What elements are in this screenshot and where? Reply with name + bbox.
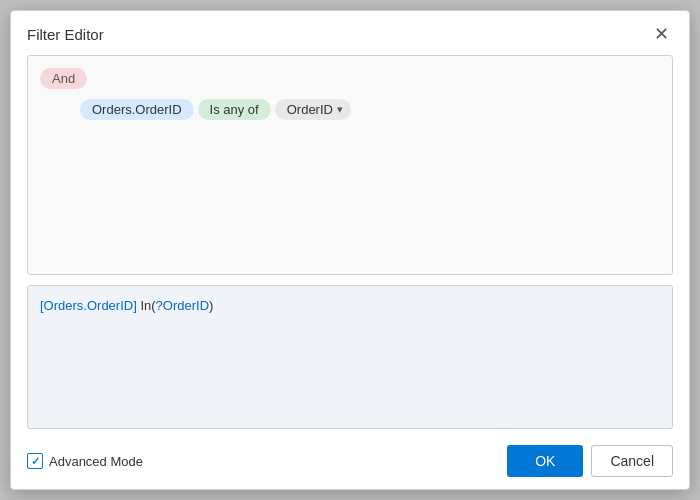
sql-expression-area: [Orders.OrderID] In(?OrderID) [27, 285, 673, 429]
sql-field-part: [Orders.OrderID] [40, 298, 137, 313]
checkbox-checkmark: ✓ [31, 455, 40, 468]
operator-tag[interactable]: Is any of [198, 99, 271, 120]
value-label: OrderID [287, 102, 333, 117]
and-tag[interactable]: And [40, 68, 87, 89]
sql-expression: [Orders.OrderID] In(?OrderID) [40, 299, 213, 314]
dialog-title: Filter Editor [27, 26, 104, 43]
value-tag[interactable]: OrderID ▾ [275, 99, 351, 120]
filter-editor-dialog: Filter Editor ✕ And Orders.OrderID Is an… [10, 10, 690, 490]
footer-buttons: OK Cancel [507, 445, 673, 477]
dialog-footer: ✓ Advanced Mode OK Cancel [11, 433, 689, 489]
ok-button[interactable]: OK [507, 445, 583, 477]
filter-condition-row: Orders.OrderID Is any of OrderID ▾ [80, 99, 351, 120]
value-dropdown-arrow: ▾ [337, 103, 343, 116]
advanced-mode-checkbox-label[interactable]: ✓ Advanced Mode [27, 453, 143, 469]
sql-close-paren: ) [209, 298, 213, 313]
sql-keyword-part: In( [137, 298, 156, 313]
filter-and-group: And Orders.OrderID Is any of OrderID ▾ [40, 68, 660, 120]
close-button[interactable]: ✕ [650, 23, 673, 45]
advanced-mode-section: ✓ Advanced Mode [27, 453, 143, 469]
advanced-mode-checkbox[interactable]: ✓ [27, 453, 43, 469]
sql-param-part: ?OrderID [156, 298, 209, 313]
cancel-button[interactable]: Cancel [591, 445, 673, 477]
field-tag[interactable]: Orders.OrderID [80, 99, 194, 120]
filter-visual-area: And Orders.OrderID Is any of OrderID ▾ [27, 55, 673, 275]
dialog-header: Filter Editor ✕ [11, 11, 689, 55]
advanced-mode-label: Advanced Mode [49, 454, 143, 469]
